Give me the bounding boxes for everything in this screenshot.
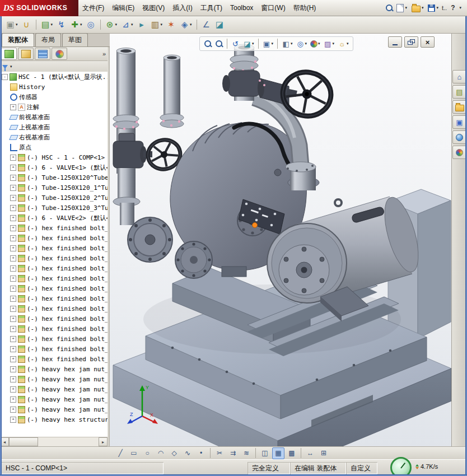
- tree-item[interactable]: + (-) hex finished bolt_a: [0, 344, 108, 354]
- expander-icon[interactable]: +: [10, 316, 16, 322]
- status-custom[interactable]: 自定义: [346, 462, 377, 474]
- featuremanager-tree-tab[interactable]: [1, 48, 17, 60]
- expander-icon[interactable]: +: [10, 165, 16, 171]
- expander-icon[interactable]: +: [10, 245, 16, 251]
- dropdown-arrow-icon[interactable]: ▾: [422, 6, 424, 10]
- smart-fasteners-button[interactable]: ↯: [55, 18, 67, 31]
- tree-item[interactable]: History: [0, 82, 108, 92]
- menu-item[interactable]: 窗口(W): [257, 0, 289, 16]
- expander-icon[interactable]: +: [10, 376, 16, 382]
- tree-item[interactable]: 上视基准面: [0, 122, 108, 132]
- help-button[interactable]: ?: [449, 4, 456, 12]
- expander-icon[interactable]: +: [10, 366, 16, 372]
- commandmanager-tab[interactable]: 装配体: [2, 33, 34, 46]
- commandmanager-tab[interactable]: 草图: [62, 33, 88, 46]
- tree-item[interactable]: + (-) hex finished bolt_a: [0, 283, 108, 293]
- tree-item[interactable]: + (-) Tube-1250X120_3^Tub: [0, 203, 108, 213]
- assembly-model[interactable]: [110, 34, 451, 446]
- menu-item[interactable]: 编辑(E): [108, 0, 138, 16]
- tree-item[interactable]: + (-) hex finished bolt_a: [0, 243, 108, 253]
- expander-icon[interactable]: +: [10, 306, 16, 312]
- new-motion-study-button[interactable]: ▸: [136, 18, 148, 31]
- design-library-button[interactable]: ▤: [452, 85, 466, 99]
- file-explorer-button[interactable]: [452, 100, 466, 114]
- expander-icon[interactable]: +: [10, 326, 16, 332]
- tree-horizontal-scrollbar[interactable]: ◂ ▸: [0, 437, 108, 446]
- sketch-line-tool[interactable]: ╱: [114, 447, 127, 459]
- expander-icon[interactable]: +: [10, 417, 16, 423]
- tree-item[interactable]: + (-) hex finished bolt_a: [0, 324, 108, 334]
- linear-sketch-pattern-tool[interactable]: ▩: [286, 447, 298, 459]
- tree-item[interactable]: + (-) hex finished bolt_a: [0, 263, 108, 273]
- dropdown-arrow-icon[interactable]: ▾: [51, 22, 53, 27]
- exploded-view-button[interactable]: ✶: [165, 18, 177, 31]
- dropdown-arrow-icon[interactable]: ▾: [318, 41, 320, 46]
- apply-scene-icon[interactable]: ▨ ▾: [323, 38, 336, 49]
- tree-item[interactable]: + (-) HSC - 1 - COMP<1> (: [0, 152, 108, 162]
- scroll-right-button[interactable]: ▸: [99, 437, 108, 446]
- menu-item[interactable]: 插入(I): [169, 0, 196, 16]
- tree-item[interactable]: + (-) heavy hex structura: [0, 414, 108, 424]
- tree-item[interactable]: + (-) hex finished bolt_a: [0, 223, 108, 233]
- expander-icon[interactable]: +: [10, 175, 16, 181]
- bill-of-materials-button[interactable]: ▥ ▾: [150, 18, 164, 31]
- scrollbar-thumb[interactable]: [9, 437, 38, 446]
- expander-icon[interactable]: +: [10, 225, 16, 231]
- dropdown-arrow-icon[interactable]: ▾: [333, 41, 335, 46]
- expander-icon[interactable]: +: [10, 276, 16, 282]
- doc-restore-button[interactable]: [404, 36, 418, 48]
- menu-collapse-chevron-icon[interactable]: ▾: [459, 6, 461, 10]
- expander-icon[interactable]: -: [2, 74, 8, 80]
- expander-icon[interactable]: +: [10, 407, 16, 413]
- tree-item[interactable]: 右视基准面: [0, 132, 108, 142]
- expander-icon[interactable]: +: [10, 396, 16, 403]
- tree-item[interactable]: + (-) 6 - VALVE<1> (默认<: [0, 162, 108, 172]
- sketch-spline-tool[interactable]: ∿: [181, 447, 194, 459]
- tree-item[interactable]: + (-) Tube-1250X120^Tube_: [0, 172, 108, 183]
- tree-item[interactable]: + (-) Tube-1250X120_2^Tub: [0, 193, 108, 203]
- grid-snap-toggle[interactable]: ▦: [272, 447, 284, 459]
- edit-appearance-icon[interactable]: ▾: [309, 38, 321, 49]
- expander-icon[interactable]: +: [10, 336, 16, 342]
- solidworks-resources-button[interactable]: ⌂: [452, 70, 466, 83]
- zoom-area-icon[interactable]: [214, 38, 224, 49]
- tree-item[interactable]: + (-) hex finished bolt_a: [0, 253, 108, 263]
- save-button[interactable]: ▾: [427, 4, 440, 12]
- section-view-button[interactable]: ◪: [214, 18, 226, 31]
- view-orientation-icon[interactable]: ▣ ▾: [261, 38, 275, 49]
- menu-item[interactable]: 帮助(H): [289, 0, 320, 16]
- expander-icon[interactable]: +: [10, 185, 16, 191]
- tree-item[interactable]: 前视基准面: [0, 112, 108, 122]
- configurationmanager-tab[interactable]: [35, 48, 50, 60]
- smart-dimension-tool[interactable]: ↔: [304, 447, 316, 459]
- dropdown-arrow-icon[interactable]: ▾: [436, 6, 438, 10]
- dropdown-arrow-icon[interactable]: ▾: [10, 64, 12, 69]
- sketch-trim-tool[interactable]: ✂: [213, 447, 226, 459]
- expander-icon[interactable]: +: [10, 205, 16, 211]
- doc-close-button[interactable]: [421, 36, 435, 48]
- menu-item[interactable]: 文件(F): [78, 0, 108, 16]
- menu-item[interactable]: 工具(T): [197, 0, 226, 16]
- scrollbar-track[interactable]: [38, 437, 99, 446]
- tree-item[interactable]: + (-) hex finished bolt_a: [0, 354, 108, 364]
- dropdown-arrow-icon[interactable]: ▾: [115, 22, 118, 27]
- filter-funnel-icon[interactable]: [2, 65, 8, 69]
- dropdown-arrow-icon[interactable]: ▾: [161, 22, 163, 27]
- tree-item[interactable]: + (-) heavy hex jam nut_a: [0, 364, 108, 374]
- tree-item[interactable]: 传感器: [0, 92, 108, 102]
- appearances-scenes-button[interactable]: [452, 146, 466, 159]
- search-icon[interactable]: [385, 4, 393, 12]
- sketch-rectangle-tool[interactable]: ▭: [128, 447, 140, 459]
- tree-item[interactable]: + (-) hex finished bolt_a: [0, 304, 108, 314]
- expander-icon[interactable]: +: [10, 356, 16, 362]
- section-view-icon[interactable]: ◪ ▾: [242, 38, 255, 49]
- content-central-button[interactable]: [452, 130, 466, 144]
- dropdown-arrow-icon[interactable]: ▾: [80, 22, 82, 27]
- graphics-viewport[interactable]: ↺ ◪ ▾ ▣ ▾: [110, 34, 451, 446]
- new-document-button[interactable]: ▾: [395, 3, 408, 13]
- doc-minimize-button[interactable]: [388, 36, 402, 48]
- tree-item[interactable]: + (-) heavy hex jam nut_a: [0, 374, 108, 384]
- sketch-polygon-tool[interactable]: ◇: [168, 447, 180, 459]
- expander-icon[interactable]: +: [10, 296, 16, 302]
- tree-item[interactable]: + (-) heavy hex jam nut_a: [0, 394, 108, 404]
